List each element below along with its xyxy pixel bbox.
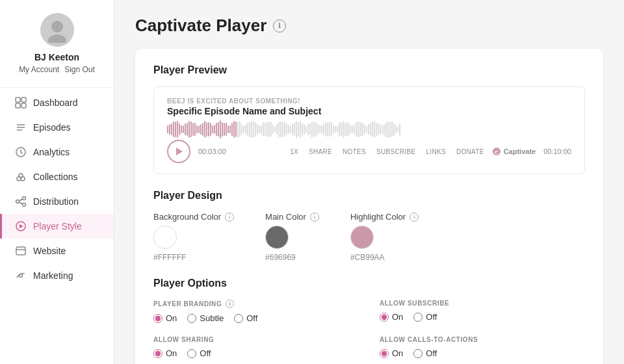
main-card: Player Preview BEEJ IS EXCITED ABOUT SOM… (135, 49, 603, 364)
waveform-bar (171, 124, 172, 135)
waveform-bar (333, 125, 334, 135)
svg-point-13 (23, 197, 26, 200)
waveform-bar (385, 122, 387, 136)
svg-point-22 (20, 274, 23, 278)
info-icon[interactable]: ℹ (273, 20, 286, 32)
player-btn-links[interactable]: LINKS (426, 148, 446, 155)
player-btn-share[interactable]: SHARE (309, 148, 332, 155)
radio-option-on-2[interactable]: On (153, 348, 177, 358)
waveform (167, 122, 571, 137)
svg-point-12 (19, 174, 23, 177)
nav-label-distribution: Distribution (33, 196, 79, 207)
sidebar-item-distribution[interactable]: Distribution (0, 189, 114, 214)
player-btn-donate[interactable]: DONATE (456, 148, 484, 155)
waveform-bar (226, 123, 227, 136)
waveform-bar (245, 125, 246, 134)
radio-option-on-1[interactable]: On (380, 312, 403, 322)
color-info-icon-1[interactable]: i (310, 213, 319, 222)
color-swatch-0[interactable] (153, 226, 177, 249)
svg-marker-19 (20, 224, 23, 228)
waveform-bar (192, 123, 194, 136)
sidebar-divider (0, 87, 114, 88)
website-icon (15, 245, 27, 257)
waveform-bar (382, 125, 383, 133)
option-group-3: ALLOW CALLS-TO-ACTIONSOnOff (380, 336, 585, 358)
sidebar-item-dashboard[interactable]: Dashboard (0, 90, 114, 115)
waveform-bar (229, 125, 231, 133)
waveform-bar (202, 123, 203, 135)
sidebar-item-analytics[interactable]: Analytics (0, 140, 114, 164)
waveform-bar (397, 127, 398, 133)
waveform-bar (284, 122, 285, 137)
player-btn-subscribe[interactable]: SUBSCRIBE (376, 148, 416, 155)
time-current: 00:03:00 (198, 148, 226, 155)
color-info-icon-0[interactable]: i (225, 213, 234, 222)
waveform-bar (257, 124, 258, 135)
waveform-bar (231, 123, 233, 136)
waveform-bar (183, 125, 184, 133)
player-btn-1x[interactable]: 1X (290, 148, 298, 155)
svg-point-15 (23, 203, 26, 207)
player-btn-notes[interactable]: NOTES (343, 148, 366, 155)
waveform-bar (360, 122, 361, 137)
waveform-bar (337, 126, 338, 133)
waveform-bar (253, 121, 254, 137)
waveform-bar (378, 124, 379, 135)
marketing-icon (15, 270, 27, 281)
collections-icon (15, 171, 27, 183)
waveform-bar (399, 124, 400, 135)
color-swatch-1[interactable] (265, 226, 289, 249)
waveform-bar (395, 125, 396, 133)
user-name: BJ Keeton (34, 52, 79, 62)
color-label-0: Background Color i (153, 212, 234, 222)
waveform-bar (272, 125, 274, 133)
sidebar-item-episodes[interactable]: Episodes (0, 115, 114, 140)
waveform-bar (296, 121, 297, 138)
waveform-bar (233, 121, 235, 137)
sidebar-item-player-style[interactable]: Player Style (0, 214, 114, 239)
user-links: My Account Sign Out (19, 65, 95, 74)
option-group-1: ALLOW SUBSCRIBEOnOff (380, 300, 585, 323)
waveform-bar (319, 125, 320, 133)
sidebar-item-website[interactable]: Website (0, 239, 114, 263)
radio-option-off-0[interactable]: Off (234, 313, 257, 323)
radio-option-off-1[interactable]: Off (413, 312, 437, 322)
radio-option-on-0[interactable]: On (153, 313, 177, 323)
waveform-bar (286, 124, 287, 135)
main-content: Captivate Player ℹ Player Preview BEEJ I… (114, 0, 624, 364)
player-options-section: Player Options PLAYER BRANDINGiOnSubtleO… (153, 278, 585, 364)
color-value-2: #CB99AA (350, 253, 419, 262)
sign-out-link[interactable]: Sign Out (64, 65, 95, 74)
waveform-bar (370, 123, 371, 136)
waveform-bar (200, 124, 202, 134)
waveform-bar (302, 123, 303, 136)
waveform-bar (306, 126, 307, 132)
radio-option-off-2[interactable]: Off (187, 348, 211, 358)
option-info-icon-0[interactable]: i (226, 300, 234, 308)
waveform-bar (278, 122, 280, 136)
radio-option-off-3[interactable]: Off (413, 348, 437, 358)
radio-option-on-3[interactable]: On (380, 348, 403, 358)
waveform-bar (366, 126, 367, 133)
nav-label-analytics: Analytics (33, 147, 70, 157)
radio-option-subtle-0[interactable]: Subtle (187, 313, 224, 323)
waveform-bar (327, 122, 328, 137)
color-options: Background Color i #FFFFFF Main Color i … (153, 212, 585, 262)
player-design-section: Player Design Background Color i #FFFFFF… (153, 190, 585, 262)
color-swatch-2[interactable] (350, 226, 374, 249)
waveform-bar (235, 122, 237, 136)
sidebar-item-collections[interactable]: Collections (0, 164, 114, 189)
waveform-bar (261, 125, 262, 133)
waveform-bar (167, 125, 168, 133)
color-info-icon-2[interactable]: i (410, 213, 419, 222)
waveform-bar (294, 123, 295, 136)
my-account-link[interactable]: My Account (19, 65, 59, 74)
svg-rect-4 (16, 103, 20, 108)
waveform-bar (313, 122, 315, 137)
play-button[interactable] (167, 140, 190, 163)
waveform-bar (329, 122, 330, 136)
waveform-bar (185, 124, 186, 135)
sidebar-item-marketing[interactable]: Marketing (0, 263, 114, 288)
svg-rect-20 (16, 247, 25, 255)
option-label-2: ALLOW SHARING (153, 336, 359, 343)
